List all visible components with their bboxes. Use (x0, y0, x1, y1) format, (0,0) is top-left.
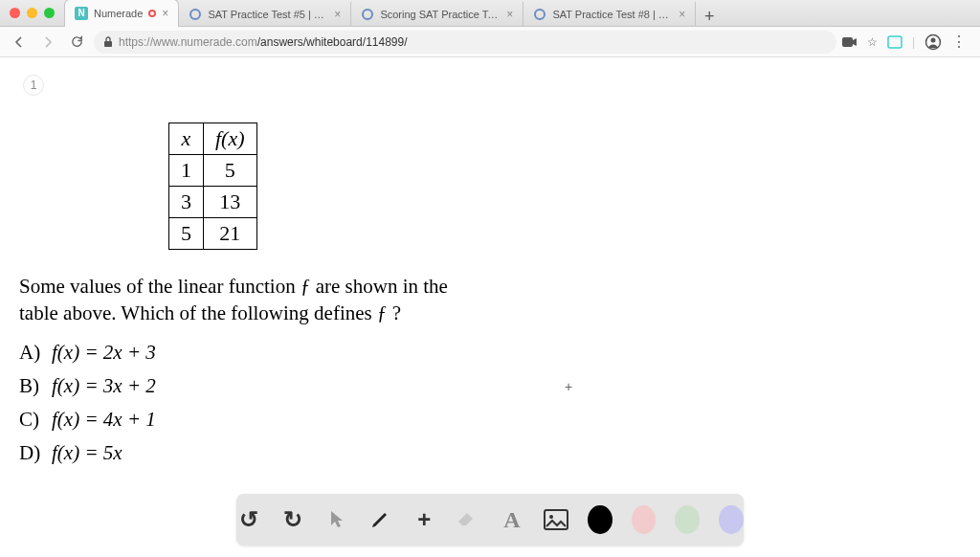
image-tool[interactable] (544, 505, 568, 534)
page-content: 1 x f(x) 1 5 3 13 5 21 Some values of th… (0, 57, 980, 557)
close-tab-icon[interactable]: × (162, 7, 168, 20)
new-tab-button[interactable]: + (696, 7, 723, 27)
pointer-tool[interactable] (324, 505, 349, 534)
function-table: x f(x) 1 5 3 13 5 21 (168, 123, 257, 250)
overflow-menu-icon[interactable]: ⋮ (951, 33, 967, 51)
lock-icon (103, 36, 113, 48)
minimize-window-button[interactable] (27, 8, 37, 18)
eraser-tool[interactable] (456, 505, 480, 534)
table-header-x: x (169, 123, 204, 155)
crosshair-cursor: + (565, 379, 572, 394)
collegeboard-favicon (361, 8, 374, 21)
recording-icon (148, 10, 156, 17)
tab-label: SAT Practice Test #8 | SAT Su (552, 9, 673, 20)
profile-icon[interactable] (924, 33, 942, 51)
table-row: 3 13 (169, 187, 257, 218)
close-tab-icon[interactable]: × (334, 8, 341, 21)
svg-point-2 (535, 10, 545, 19)
address-bar: https://www.numerade.com/answers/whitebo… (0, 27, 980, 57)
collegeboard-favicon (189, 8, 202, 21)
add-tool[interactable]: + (412, 505, 436, 534)
color-green[interactable] (675, 505, 700, 534)
traffic-lights (0, 8, 64, 18)
redo-button[interactable]: ↻ (280, 505, 305, 534)
svg-point-1 (363, 10, 372, 19)
tab-label: Scoring SAT Practice Test 5 | S (380, 9, 501, 20)
color-black[interactable] (588, 505, 612, 534)
url-input[interactable]: https://www.numerade.com/answers/whitebo… (94, 31, 836, 54)
table-header-fx: f(x) (204, 123, 257, 155)
numerade-favicon: N (75, 7, 88, 20)
close-tab-icon[interactable]: × (506, 8, 513, 21)
bookmark-icon[interactable]: ☆ (867, 35, 878, 49)
browser-actions: ☆ | ⋮ (842, 33, 972, 51)
extension-icon[interactable] (887, 35, 902, 49)
svg-rect-4 (842, 37, 853, 47)
color-purple[interactable] (719, 505, 744, 534)
choice-d: D) f(x) = 5x (19, 441, 156, 465)
table-row: 1 5 (169, 155, 257, 187)
svg-rect-3 (104, 41, 112, 47)
url-text: https://www.numerade.com/answers/whitebo… (119, 35, 408, 49)
window-title-bar: N Numerade × SAT Practice Test #5 | SAT … (0, 0, 980, 27)
color-pink[interactable] (632, 505, 657, 534)
svg-point-9 (549, 515, 553, 519)
answer-choices: A) f(x) = 2x + 3 B) f(x) = 3x + 2 C) f(x… (19, 331, 156, 475)
whiteboard-toolbar: ↺ ↻ + A (236, 494, 744, 546)
text-tool[interactable]: A (500, 505, 524, 534)
table-row: 5 21 (169, 218, 257, 250)
tab-strip: N Numerade × SAT Practice Test #5 | SAT … (64, 0, 980, 27)
svg-point-0 (190, 10, 200, 19)
fullscreen-window-button[interactable] (44, 8, 55, 18)
close-window-button[interactable] (10, 8, 20, 18)
forward-button[interactable] (36, 31, 59, 54)
collegeboard-favicon (533, 8, 546, 21)
tab-sat-5[interactable]: SAT Practice Test #5 | SAT Su × (179, 2, 351, 27)
pencil-tool[interactable] (368, 505, 392, 534)
svg-point-7 (931, 37, 936, 42)
undo-button[interactable]: ↺ (236, 505, 261, 534)
tab-scoring-5[interactable]: Scoring SAT Practice Test 5 | S × (351, 2, 523, 27)
recording-indicator-icon[interactable] (842, 36, 858, 48)
svg-rect-5 (888, 36, 902, 48)
back-button[interactable] (8, 31, 31, 54)
tab-numerade[interactable]: N Numerade × (64, 0, 179, 27)
tab-label: SAT Practice Test #5 | SAT Su (208, 9, 328, 20)
choice-a: A) f(x) = 2x + 3 (19, 341, 156, 365)
svg-rect-8 (545, 510, 568, 529)
slide-number[interactable]: 1 (23, 75, 44, 96)
close-tab-icon[interactable]: × (679, 8, 685, 21)
choice-c: C) f(x) = 4x + 1 (19, 408, 156, 432)
tab-sat-8[interactable]: SAT Practice Test #8 | SAT Su × (523, 2, 696, 27)
question-text: Some values of the linear function ƒ are… (19, 273, 507, 327)
reload-button[interactable] (65, 31, 88, 54)
tab-label: Numerade (94, 8, 143, 19)
choice-b: B) f(x) = 3x + 2 (19, 374, 156, 398)
